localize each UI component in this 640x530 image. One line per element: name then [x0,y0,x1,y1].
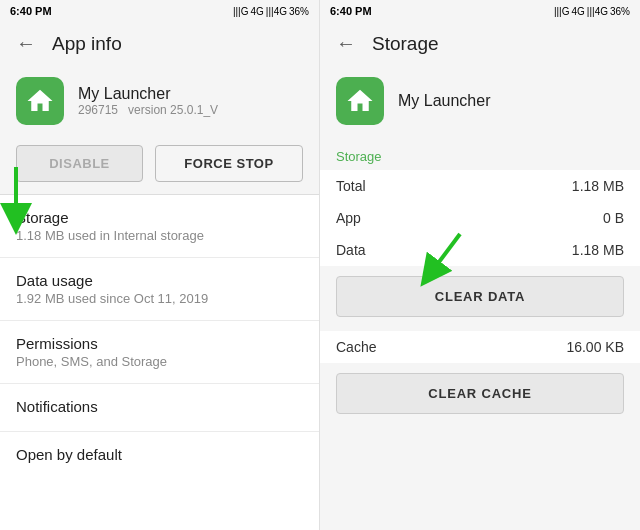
page-title-right: Storage [372,33,439,55]
permissions-section-item[interactable]: Permissions Phone, SMS, and Storage [0,321,319,384]
app-label: App [336,210,361,226]
app-name-right: My Launcher [398,92,491,110]
storage-section-item[interactable]: Storage 1.18 MB used in Internal storage [0,195,319,258]
sections-area: Storage 1.18 MB used in Internal storage… [0,195,319,530]
total-value: 1.18 MB [572,178,624,194]
storage-data-block: Total 1.18 MB App 0 B Data 1.18 MB [320,170,640,266]
notifications-title: Notifications [16,398,303,415]
page-title-left: App info [52,33,122,55]
time-left: 6:40 PM [10,5,52,17]
back-button-left[interactable]: ← [16,32,36,55]
data-usage-section-item[interactable]: Data usage 1.92 MB used since Oct 11, 20… [0,258,319,321]
storage-total-row: Total 1.18 MB [320,170,640,202]
open-default-title: Open by default [16,446,303,463]
signal-icon-left: |||G [233,6,249,17]
app-version: 296715 version 25.0.1_V [78,103,218,117]
app-info-row: My Launcher 296715 version 25.0.1_V [0,65,319,137]
left-panel: 6:40 PM |||G 4G |||4G 36% ← App info My … [0,0,320,530]
top-bar-right: ← Storage [320,22,640,65]
home-icon-right [345,86,375,116]
cache-row: Cache 16.00 KB [320,331,640,363]
permissions-title: Permissions [16,335,303,352]
top-bar-left: ← App info [0,22,319,65]
data-value: 1.18 MB [572,242,624,258]
data-label: Data [336,242,366,258]
storage-subtitle: 1.18 MB used in Internal storage [16,228,303,243]
home-icon [25,86,55,116]
battery-icon-right: 36% [610,6,630,17]
app-name-block: My Launcher 296715 version 25.0.1_V [78,85,218,117]
wifi-icon-left: 4G [251,6,264,17]
right-panel: 6:40 PM |||G 4G |||4G 36% ← Storage My L… [320,0,640,530]
clear-cache-button[interactable]: CLEAR CACHE [336,373,624,414]
time-right: 6:40 PM [330,5,372,17]
cache-label: Cache [336,339,376,355]
status-bar-right: 6:40 PM |||G 4G |||4G 36% [320,0,640,22]
storage-title: Storage [16,209,303,226]
disable-button[interactable]: DISABLE [16,145,143,182]
status-icons-right: |||G 4G |||4G 36% [554,6,630,17]
force-stop-button[interactable]: FORCE STOP [155,145,303,182]
cache-value: 16.00 KB [566,339,624,355]
open-default-section-item[interactable]: Open by default [0,432,319,479]
lte-icon-left: |||4G [266,6,287,17]
total-label: Total [336,178,366,194]
app-icon-right [336,77,384,125]
notifications-section-item[interactable]: Notifications [0,384,319,432]
app-value: 0 B [603,210,624,226]
app-info-row-right: My Launcher [320,65,640,137]
storage-data-row: Data 1.18 MB [320,234,640,266]
battery-icon-left: 36% [289,6,309,17]
storage-section-label: Storage [320,137,640,170]
signal-icon-right: |||G [554,6,570,17]
action-buttons-row: DISABLE FORCE STOP [0,137,319,194]
wifi-icon-right: 4G [572,6,585,17]
back-button-right[interactable]: ← [336,32,356,55]
storage-app-row: App 0 B [320,202,640,234]
data-usage-title: Data usage [16,272,303,289]
data-usage-subtitle: 1.92 MB used since Oct 11, 2019 [16,291,303,306]
app-icon-left [16,77,64,125]
lte-icon-right: |||4G [587,6,608,17]
clear-data-container: CLEAR DATA [320,266,640,327]
clear-data-button[interactable]: CLEAR DATA [336,276,624,317]
permissions-subtitle: Phone, SMS, and Storage [16,354,303,369]
app-name-left: My Launcher [78,85,218,103]
status-bar-left: 6:40 PM |||G 4G |||4G 36% [0,0,319,22]
status-icons-left: |||G 4G |||4G 36% [233,6,309,17]
